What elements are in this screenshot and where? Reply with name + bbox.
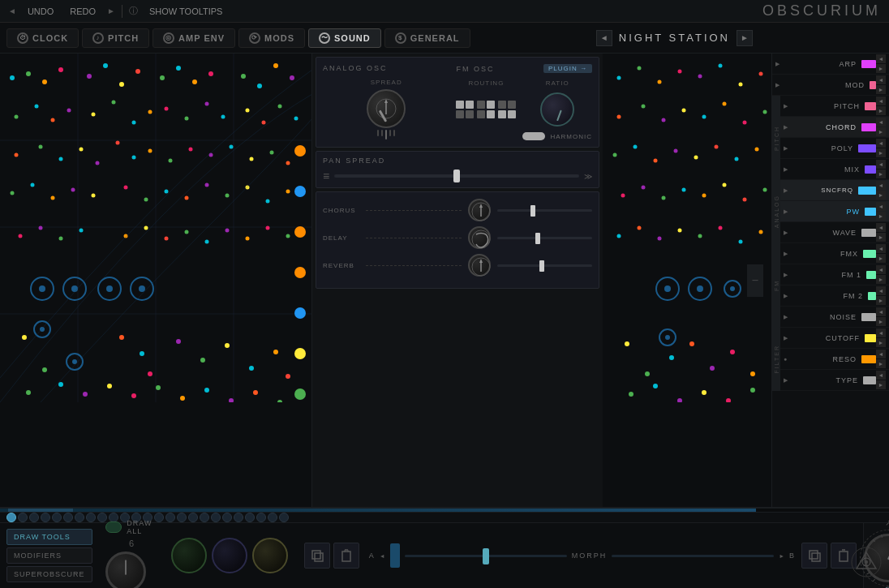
inst-item-mod[interactable]: ▶ MOD ◄ ► (772, 75, 889, 96)
type-prev[interactable]: ◄ (876, 371, 886, 380)
delay-knob[interactable] (468, 226, 491, 249)
type-next[interactable]: ► (876, 380, 886, 389)
pattern-dot-16[interactable] (188, 513, 198, 522)
inst-item-fm2[interactable]: ▶ FM 2 ◄ ► (780, 285, 889, 307)
paste-pattern-btn[interactable] (333, 543, 359, 569)
pattern-dot-active[interactable] (6, 513, 16, 522)
chord-arrows[interactable]: ◄ ► (876, 118, 886, 136)
spread-knob[interactable] (367, 89, 406, 128)
tab-clock[interactable]: ⏱ CLOCK (6, 28, 79, 48)
expand-icon[interactable]: ↗ (885, 518, 889, 527)
inst-item-poly[interactable]: ▶ POLY ◄ ► (780, 138, 889, 159)
pattern-dot-6[interactable] (75, 513, 84, 522)
tab-pitch[interactable]: ♪ PITCH (82, 28, 149, 48)
pitch-next[interactable]: ► (876, 106, 886, 115)
pattern-dot-17[interactable] (200, 513, 209, 522)
pattern-dot-7[interactable] (86, 513, 96, 522)
type-arrows[interactable]: ◄ ► (876, 371, 886, 389)
superobscure-button[interactable]: SUPEROBSCURE (6, 566, 92, 582)
pattern-dot-18[interactable] (211, 513, 221, 522)
instrument-knob-2[interactable] (171, 538, 207, 573)
mod-prev[interactable]: ◄ (876, 75, 886, 84)
pattern-dot-15[interactable] (177, 513, 187, 522)
mix-arrows[interactable]: ◄ ► (876, 160, 886, 178)
pattern-dot-5[interactable] (63, 513, 73, 522)
pattern-dot-21[interactable] (245, 513, 255, 522)
plugin-button[interactable]: PLUGIN → (543, 64, 592, 73)
fm2-next[interactable]: ► (876, 296, 886, 305)
pattern-dot-24[interactable] (279, 513, 289, 522)
chorus-knob[interactable] (468, 199, 491, 221)
inst-item-noise[interactable]: ▶ NOISE ◄ ► (780, 307, 889, 328)
morph-handle-down[interactable] (390, 543, 400, 568)
sncfrq-arrows[interactable]: ◄ ► (876, 181, 886, 200)
pan-spread-thumb[interactable] (453, 170, 460, 182)
show-tooltips-button[interactable]: SHOW TOOLTIPS (144, 5, 227, 18)
inst-item-sncfrq[interactable]: ▶ SNCFRQ ◄ ► (780, 180, 889, 201)
chord-next[interactable]: ► (876, 127, 886, 136)
inst-item-reso[interactable]: ● RESO ◄ ► (780, 349, 889, 370)
pitch-arrows[interactable]: ◄ ► (876, 97, 886, 115)
redo-button[interactable]: REDO (65, 5, 101, 18)
fmx-next[interactable]: ► (876, 254, 886, 263)
chorus-thumb[interactable] (530, 205, 535, 217)
tab-sound[interactable]: 〜 SOUND (308, 28, 381, 48)
sncfrq-prev[interactable]: ◄ (876, 181, 886, 190)
mix-prev[interactable]: ◄ (876, 160, 886, 169)
fm1-arrows[interactable]: ◄ ► (876, 265, 886, 284)
preset-prev-btn[interactable]: ◄ (596, 30, 612, 46)
mix-next[interactable]: ► (876, 170, 886, 178)
inst-item-arp[interactable]: ▶ ARP ◄ ► (772, 54, 889, 75)
inst-item-fmx[interactable]: ▶ FMX ◄ ► (780, 243, 889, 264)
tab-amp-env[interactable]: ◎ AMP ENV (152, 28, 235, 48)
noise-prev[interactable]: ◄ (876, 307, 886, 316)
route-btn-3[interactable] (498, 101, 516, 118)
tab-mods[interactable]: ⟳ MODS (238, 28, 305, 48)
preset-next-btn[interactable]: ► (737, 30, 753, 46)
morph-thumb[interactable] (483, 548, 489, 564)
instrument-knob-3[interactable] (212, 538, 247, 573)
undo-button[interactable]: UNDO (23, 5, 58, 18)
chord-prev[interactable]: ◄ (876, 118, 886, 127)
draw-tools-button[interactable]: DRAW TOOLS (6, 529, 92, 545)
poly-next[interactable]: ► (876, 148, 886, 157)
sncfrq-next[interactable]: ► (876, 191, 886, 200)
pattern-dot-2[interactable] (29, 513, 39, 522)
inst-item-pitch[interactable]: ▶ PITCH ◄ ► (780, 96, 889, 117)
reverb-knob[interactable] (468, 254, 491, 277)
mod-next[interactable]: ► (876, 85, 886, 94)
reverb-track[interactable] (497, 264, 593, 267)
wave-next[interactable]: ► (876, 233, 886, 242)
pattern-dot-20[interactable] (234, 513, 243, 522)
sequencer-strip[interactable] (0, 509, 889, 513)
tab-general[interactable]: $ GENERAL (384, 28, 470, 48)
fm1-next[interactable]: ► (876, 275, 886, 284)
copy-btn-right-1[interactable] (801, 543, 827, 569)
pattern-dot-3[interactable] (41, 513, 50, 522)
grid-canvas[interactable] (0, 54, 311, 507)
fm1-prev[interactable]: ◄ (876, 265, 886, 274)
pattern-dot-19[interactable] (222, 513, 232, 522)
route-btn-1[interactable] (456, 101, 474, 118)
reverb-thumb[interactable] (539, 260, 544, 272)
chorus-track[interactable] (497, 209, 593, 212)
wave-prev[interactable]: ◄ (876, 223, 886, 232)
pan-spread-track[interactable] (334, 174, 579, 178)
inst-item-fm1[interactable]: ▶ FM 1 ◄ ► (780, 264, 889, 285)
morph-track[interactable] (405, 555, 567, 557)
seq-thumb[interactable] (8, 509, 73, 512)
instrument-knob-1[interactable] (105, 552, 146, 588)
arp-prev[interactable]: ◄ (876, 54, 886, 63)
inst-item-wave[interactable]: ▶ WAVE ◄ ► (780, 222, 889, 243)
instrument-knob-4[interactable] (252, 538, 288, 573)
mod-arrows[interactable]: ◄ ► (876, 75, 886, 94)
routing-buttons[interactable] (456, 90, 516, 129)
reso-next[interactable]: ► (876, 359, 886, 368)
draw-all-toggle[interactable] (105, 521, 122, 533)
cutoff-prev[interactable]: ◄ (876, 328, 886, 337)
pw-next[interactable]: ► (876, 212, 886, 221)
pattern-dot-23[interactable] (268, 513, 277, 522)
poly-prev[interactable]: ◄ (876, 139, 886, 148)
inst-item-mix[interactable]: ▶ MIX ◄ ► (780, 159, 889, 180)
noise-next[interactable]: ► (876, 317, 886, 326)
